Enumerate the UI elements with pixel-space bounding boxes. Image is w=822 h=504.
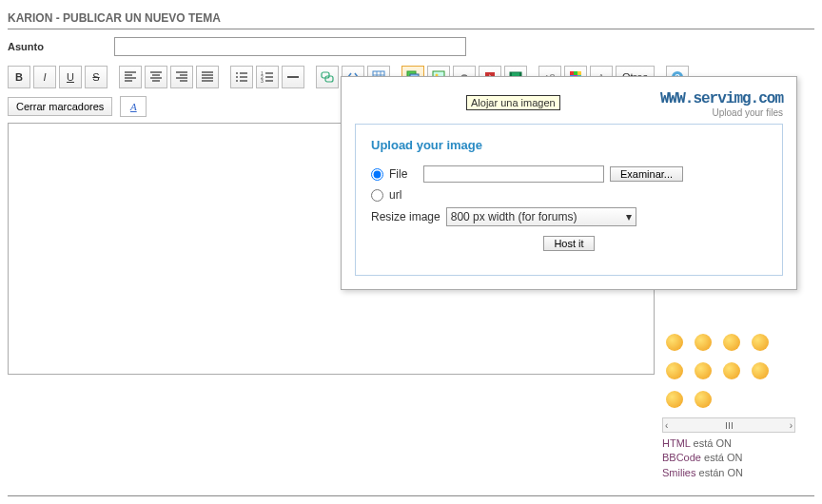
subject-input[interactable] — [114, 37, 466, 56]
svg-rect-17 — [570, 71, 574, 75]
source-url-radio[interactable] — [371, 189, 383, 202]
quote-button[interactable] — [316, 66, 339, 88]
resize-select-value: 800 px width (for forums) — [451, 210, 577, 223]
url-label: url — [389, 188, 418, 202]
scroll-right-icon[interactable]: › — [790, 420, 793, 431]
italic-button[interactable]: I — [33, 66, 56, 88]
bold-button[interactable]: B — [8, 66, 30, 88]
servimg-header: WWW.servimg.com Upload your files — [355, 90, 783, 118]
smiley-icon[interactable] — [695, 334, 712, 351]
servimg-logo: WWW.servimg.com — [660, 90, 783, 107]
subject-row: Asunto — [8, 37, 814, 56]
subject-label: Asunto — [8, 41, 103, 52]
smilies-scrollbar[interactable]: ‹ ⅠⅠⅠ › — [662, 417, 795, 433]
host-image-tooltip: Alojar una imagen — [466, 95, 560, 110]
current-font-indicator[interactable]: A — [120, 96, 147, 117]
smiley-icon[interactable] — [723, 362, 740, 379]
align-center-button[interactable] — [145, 66, 167, 88]
align-right-button[interactable] — [170, 66, 193, 88]
smiley-icon[interactable] — [666, 334, 683, 351]
upload-heading: Upload your image — [371, 138, 767, 152]
align-justify-button[interactable] — [196, 66, 219, 88]
smiley-icon[interactable] — [666, 362, 683, 379]
servimg-tagline: Upload your files — [713, 107, 783, 118]
resize-label: Resize image — [371, 210, 440, 223]
list-ordered-button[interactable]: 123 — [256, 66, 279, 88]
svg-point-0 — [236, 72, 238, 74]
smiley-icon[interactable] — [752, 362, 769, 379]
svg-text:3: 3 — [261, 78, 264, 84]
svg-rect-18 — [574, 71, 577, 75]
strike-button[interactable]: S — [85, 66, 108, 88]
svg-point-1 — [236, 76, 238, 78]
svg-rect-19 — [577, 71, 581, 75]
close-markers-button[interactable]: Cerrar marcadores — [8, 97, 112, 116]
scroll-left-icon[interactable]: ‹ — [665, 420, 668, 431]
resize-select[interactable]: 800 px width (for forums) ▾ — [446, 207, 636, 226]
file-label: File — [389, 167, 418, 181]
smiley-icon[interactable] — [752, 334, 769, 351]
chevron-down-icon: ▾ — [626, 210, 632, 223]
upload-image-popup: WWW.servimg.com Upload your files Upload… — [341, 76, 797, 290]
source-file-radio[interactable] — [371, 168, 383, 181]
underline-button[interactable]: U — [59, 66, 82, 88]
smiley-icon[interactable] — [695, 362, 712, 379]
smiley-icon[interactable] — [666, 391, 683, 408]
smiley-icon[interactable] — [695, 391, 712, 408]
svg-point-2 — [236, 80, 238, 82]
page-title: KARION - PUBLICAR UN NUEVO TEMA — [8, 8, 814, 29]
file-path-input[interactable] — [423, 165, 604, 183]
list-unordered-button[interactable] — [230, 66, 253, 88]
editor-status: HTML está ON BBCode está ON Smilies está… — [662, 436, 795, 480]
hr-button[interactable] — [282, 66, 304, 88]
host-it-button[interactable]: Host it — [543, 236, 594, 251]
align-left-button[interactable] — [119, 66, 142, 88]
smiley-icon[interactable] — [723, 334, 740, 351]
browse-button[interactable]: Examinar... — [610, 166, 683, 182]
scroll-thumb[interactable]: ⅠⅠⅠ — [725, 420, 734, 431]
